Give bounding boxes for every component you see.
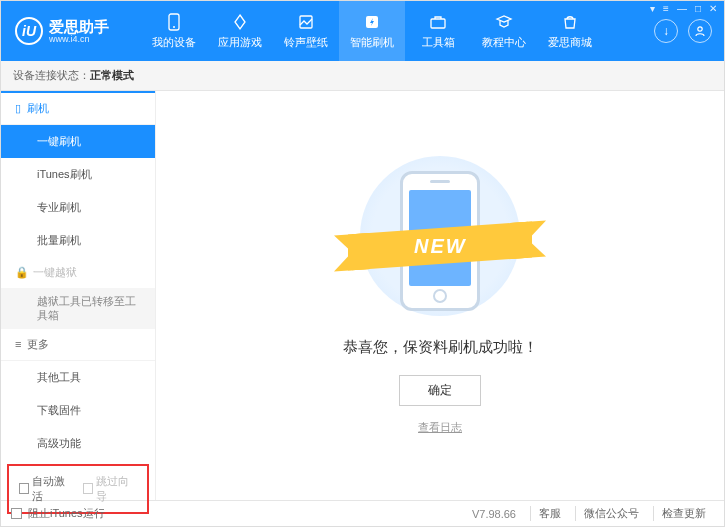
store-icon <box>560 13 580 31</box>
sidebar-item-download-firmware[interactable]: 下载固件 <box>1 394 155 427</box>
sidebar: ▯ 刷机 一键刷机 iTunes刷机 专业刷机 批量刷机 🔒 一键越狱 越狱工具… <box>1 91 156 500</box>
svg-point-1 <box>173 26 175 28</box>
checkbox-auto-activate[interactable]: 自动激活 <box>19 474 73 504</box>
phone-icon: ▯ <box>11 524 17 527</box>
checkbox-skip-guide: 跳过向导 <box>83 474 137 504</box>
device-name: ▯ iPhone 15 Pro Max <box>11 524 145 527</box>
nav-flash[interactable]: 智能刷机 <box>339 1 405 61</box>
success-message: 恭喜您，保资料刷机成功啦！ <box>343 338 538 357</box>
menu-icon[interactable]: ▾ <box>650 3 655 14</box>
nav-apps[interactable]: 应用游戏 <box>207 1 273 61</box>
sidebar-item-itunes-flash[interactable]: iTunes刷机 <box>1 158 155 191</box>
ringtone-icon <box>296 13 316 31</box>
menu-icon: ≡ <box>15 338 21 350</box>
apps-icon <box>230 13 250 31</box>
logo-icon: iU <box>15 17 43 45</box>
footer-update[interactable]: 检查更新 <box>653 506 714 521</box>
app-name: 爱思助手 <box>49 19 109 34</box>
svg-rect-4 <box>431 19 445 28</box>
phone-icon: ▯ <box>15 102 21 115</box>
main-nav: 我的设备 应用游戏 铃声壁纸 智能刷机 工具箱 教程中心 爱思商城 <box>141 1 654 61</box>
version-label: V7.98.66 <box>472 508 524 520</box>
ok-button[interactable]: 确定 <box>399 375 481 406</box>
lock-icon: 🔒 <box>15 266 29 279</box>
block-itunes-label: 阻止iTunes运行 <box>28 506 105 521</box>
nav-my-device[interactable]: 我的设备 <box>141 1 207 61</box>
device-icon <box>164 13 184 31</box>
maximize-icon[interactable]: □ <box>695 3 701 14</box>
app-logo: iU 爱思助手 www.i4.cn <box>1 17 141 45</box>
sidebar-item-pro-flash[interactable]: 专业刷机 <box>1 191 155 224</box>
flash-icon <box>362 13 382 31</box>
sidebar-item-advanced[interactable]: 高级功能 <box>1 427 155 460</box>
footer-wechat[interactable]: 微信公众号 <box>575 506 647 521</box>
close-icon[interactable]: ✕ <box>709 3 717 14</box>
view-log-link[interactable]: 查看日志 <box>418 420 462 435</box>
nav-ringtone[interactable]: 铃声壁纸 <box>273 1 339 61</box>
user-button[interactable] <box>688 19 712 43</box>
sidebar-jailbreak-note: 越狱工具已转移至工具箱 <box>1 288 155 329</box>
status-bar: 设备连接状态： 正常模式 <box>1 61 724 91</box>
sidebar-group-flash[interactable]: ▯ 刷机 <box>1 91 155 125</box>
app-header: ▾ ≡ — □ ✕ iU 爱思助手 www.i4.cn 我的设备 应用游戏 铃声… <box>1 1 724 61</box>
window-controls: ▾ ≡ — □ ✕ <box>650 3 717 14</box>
toolbox-icon <box>428 13 448 31</box>
sidebar-group-jailbreak: 🔒 一键越狱 <box>1 257 155 288</box>
nav-store[interactable]: 爱思商城 <box>537 1 603 61</box>
settings-icon[interactable]: ≡ <box>663 3 669 14</box>
header-actions: ↓ <box>654 19 724 43</box>
sidebar-item-batch-flash[interactable]: 批量刷机 <box>1 224 155 257</box>
main-content: NEW 恭喜您，保资料刷机成功啦！ 确定 查看日志 <box>156 91 724 500</box>
status-value: 正常模式 <box>90 68 134 83</box>
download-button[interactable]: ↓ <box>654 19 678 43</box>
sidebar-item-other-tools[interactable]: 其他工具 <box>1 361 155 394</box>
minimize-icon[interactable]: — <box>677 3 687 14</box>
app-url: www.i4.cn <box>49 34 109 44</box>
status-label: 设备连接状态： <box>13 68 90 83</box>
sidebar-group-more[interactable]: ≡ 更多 <box>1 329 155 361</box>
sidebar-item-oneclick-flash[interactable]: 一键刷机 <box>1 125 155 158</box>
svg-rect-2 <box>300 16 312 28</box>
footer-support[interactable]: 客服 <box>530 506 569 521</box>
nav-toolbox[interactable]: 工具箱 <box>405 1 471 61</box>
checkbox-block-itunes[interactable] <box>11 508 22 519</box>
nav-tutorial[interactable]: 教程中心 <box>471 1 537 61</box>
tutorial-icon <box>494 13 514 31</box>
svg-point-5 <box>698 27 702 31</box>
success-illustration: NEW <box>340 156 540 326</box>
